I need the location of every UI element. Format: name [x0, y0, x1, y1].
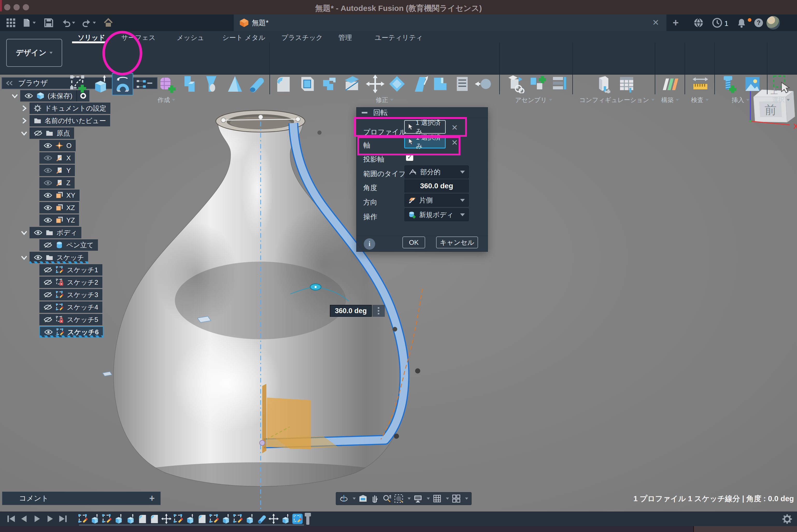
timeline-feature-extrude[interactable] — [221, 514, 231, 524]
info-icon[interactable]: i — [364, 238, 375, 250]
collapse-dialog-icon[interactable] — [362, 112, 367, 113]
tree-row-axis-x[interactable]: X — [39, 152, 167, 164]
draft-icon[interactable] — [411, 75, 430, 93]
configuration-table-icon[interactable] — [618, 75, 636, 93]
avatar[interactable] — [766, 16, 780, 30]
tab-manage[interactable]: 管理 — [338, 33, 352, 42]
axis-selection-button[interactable]: 1 選択済み — [404, 135, 446, 148]
timeline-feature-extrude[interactable] — [245, 514, 255, 524]
timeline-step-back-icon[interactable] — [19, 514, 29, 524]
eye-off-icon[interactable] — [43, 304, 52, 310]
timeline-feature-sketch[interactable] — [173, 514, 183, 524]
timeline-feature-sketch[interactable] — [78, 514, 88, 524]
profile-clear-icon[interactable]: ✕ — [451, 123, 459, 132]
insert-fastener-icon[interactable] — [720, 75, 738, 93]
delete-icon[interactable] — [474, 75, 493, 93]
eye-dim-icon[interactable] — [43, 155, 52, 161]
timeline-feature-chamfer[interactable] — [137, 514, 148, 524]
save-icon[interactable] — [43, 18, 54, 28]
timeline-playhead[interactable] — [306, 513, 309, 525]
timeline-step-forward-icon[interactable] — [45, 514, 55, 524]
app-grid-icon[interactable] — [6, 18, 16, 28]
measure-icon[interactable] — [691, 75, 710, 93]
minimize-panel-icon[interactable] — [147, 80, 153, 86]
file-menu-button[interactable] — [22, 18, 36, 28]
press-pull-icon[interactable] — [274, 75, 293, 93]
sweep-icon[interactable] — [203, 75, 222, 93]
comments-panel[interactable]: コメント + — [2, 492, 161, 505]
shell-icon[interactable] — [298, 75, 317, 93]
offset-face-icon[interactable] — [388, 75, 406, 93]
extent-type-dropdown[interactable]: 部分的 — [405, 166, 469, 178]
eye-icon[interactable] — [34, 254, 42, 261]
close-tab-icon[interactable]: ✕ — [652, 18, 659, 27]
tree-row-plane-yz[interactable]: YZ — [39, 214, 167, 226]
tree-row-sketch3[interactable]: スケッチ3 — [39, 289, 167, 301]
eye-icon[interactable] — [43, 217, 52, 223]
tree-row-sketches-folder[interactable]: スケッチ — [21, 252, 167, 263]
assemble-group-label[interactable]: アセンブリ — [515, 96, 552, 104]
timeline-feature-sketch-current[interactable] — [292, 514, 303, 524]
tree-row-sketch5[interactable]: スケッチ5 — [39, 314, 167, 325]
eye-icon[interactable] — [44, 329, 53, 335]
chevron-right-icon[interactable] — [21, 105, 27, 112]
dialog-header[interactable]: 回転 — [356, 108, 488, 118]
pattern-icon[interactable] — [136, 75, 147, 93]
create-form-icon[interactable] — [158, 75, 177, 93]
extrude-icon[interactable] — [91, 75, 110, 93]
tree-row-document-settings[interactable]: ドキュメントの設定 — [21, 102, 167, 114]
manage-materials-icon[interactable] — [453, 75, 471, 93]
timeline-feature-extrude[interactable] — [113, 514, 124, 524]
fit-icon[interactable] — [394, 494, 404, 503]
angle-input[interactable]: 360.0 deg — [405, 179, 469, 192]
document-tab[interactable]: 無題* ✕ — [234, 15, 666, 31]
angle-value-field[interactable]: 360.0 deg — [330, 305, 372, 317]
timeline-go-start-icon[interactable] — [6, 514, 16, 524]
timeline-feature-move[interactable] — [268, 514, 279, 524]
eye-icon[interactable] — [34, 229, 42, 236]
tree-row-sketch2[interactable]: スケッチ2 — [39, 277, 167, 288]
ok-button[interactable]: OK — [402, 236, 425, 248]
revolve-icon[interactable] — [113, 75, 132, 93]
timeline-feature-chamfer[interactable] — [149, 514, 160, 524]
as-built-joint-icon[interactable] — [550, 75, 569, 93]
tree-row-axis-z[interactable]: Z — [39, 177, 167, 189]
look-at-icon[interactable] — [358, 494, 368, 503]
tree-row-sketch4[interactable]: スケッチ4 — [39, 302, 167, 313]
tree-row-axis-y[interactable]: Y — [39, 165, 167, 176]
configure-group-label[interactable]: コンフィギュレーション — [579, 96, 654, 104]
new-component-icon[interactable] — [507, 75, 525, 93]
angle-field-options-icon[interactable] — [372, 305, 385, 317]
timeline-go-end-icon[interactable] — [58, 514, 68, 524]
select-icon[interactable] — [772, 75, 791, 93]
pan-icon[interactable] — [370, 494, 379, 503]
tab-sheetmetal[interactable]: シート メタル — [222, 33, 265, 42]
eye-off-icon[interactable] — [43, 279, 52, 285]
create-sketch-icon[interactable] — [70, 75, 88, 93]
timeline-feature-chamfer[interactable] — [197, 514, 207, 524]
eye-icon[interactable] — [43, 192, 52, 198]
history-clock-icon[interactable] — [712, 18, 722, 28]
timeline-play-icon[interactable] — [32, 514, 42, 524]
replace-face-icon[interactable] — [431, 75, 449, 93]
timeline-feature-extrude[interactable] — [185, 514, 196, 524]
tab-surface[interactable]: サーフェス — [121, 33, 155, 42]
tree-row-plane-xy[interactable]: XY — [39, 190, 167, 201]
workspace-selector[interactable]: デザイン — [6, 39, 62, 67]
undo-button[interactable] — [62, 18, 75, 28]
eye-icon[interactable] — [43, 142, 52, 149]
inspect-group-label[interactable]: 検査 — [691, 96, 709, 104]
new-tab-button[interactable]: + — [673, 18, 679, 27]
coil-icon[interactable] — [226, 75, 244, 93]
move-copy-icon[interactable] — [366, 75, 385, 93]
combine-icon[interactable] — [321, 75, 339, 93]
timeline-feature-sketch[interactable] — [209, 514, 219, 524]
home-icon[interactable] — [103, 18, 113, 28]
viewports-icon[interactable] — [451, 494, 461, 503]
create-group-label[interactable]: 作成 — [157, 96, 175, 104]
layout-grid-icon[interactable] — [432, 494, 442, 503]
split-body-icon[interactable] — [342, 75, 361, 93]
construction-plane-icon[interactable] — [661, 75, 680, 93]
configuration-icon[interactable] — [594, 75, 613, 93]
chevron-right-icon[interactable] — [21, 117, 27, 124]
